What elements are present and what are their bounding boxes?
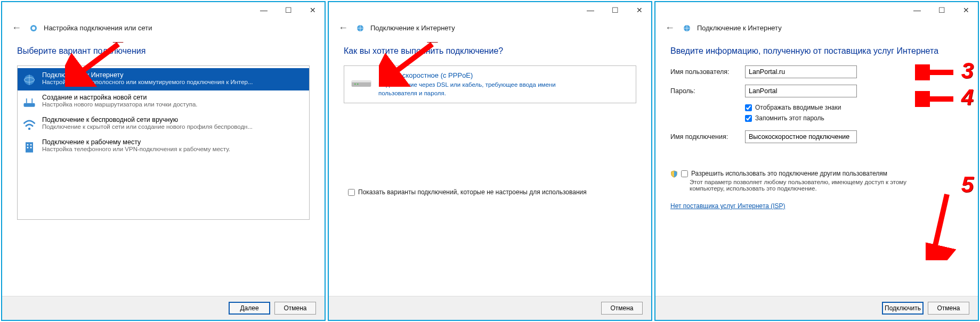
svg-point-19 [354,84,356,85]
shield-icon [670,170,678,178]
show-all-label: Показать варианты подключений, которые н… [358,188,587,196]
option-desc: Настройка нового маршрутизатора или точк… [42,101,305,108]
option-desc: Настройка телефонного или VPN-подключени… [42,146,305,152]
cancel-button[interactable]: Отмена [601,302,643,315]
annotation-number-4: 4 [961,85,974,110]
option-workplace[interactable]: Подключение к рабочему месту Настройка т… [18,135,309,158]
remember-password-input[interactable] [745,115,752,122]
svg-rect-18 [352,80,371,82]
cancel-button[interactable]: Отмена [274,302,316,315]
next-button[interactable]: Далее [229,302,270,315]
page-heading: Введите информацию, полученную от постав… [670,46,963,56]
titlebar: — ☐ ✕ [329,2,651,18]
content: 2 Как вы хотите выполнить подключение? В… [329,42,651,296]
building-icon [22,139,37,154]
annotation-number-1: 1 [112,42,124,47]
header: ← Настройка подключения или сети [2,18,325,42]
password-input[interactable] [745,85,857,97]
annotation-number-5: 5 [961,172,974,197]
content: 3 4 5 Введите информацию, полученную от … [655,42,978,296]
annotation-number-3: 3 [961,58,974,84]
allow-others-block: Разрешить использовать это подключение д… [670,170,963,192]
annotation-arrow-1 [65,42,129,87]
option-wireless-manual[interactable]: Подключение к беспроводной сети вручную … [18,113,309,135]
show-characters-input[interactable] [745,104,752,111]
password-label: Пароль: [670,87,745,95]
close-button[interactable]: ✕ [959,4,974,16]
option-internet-connection[interactable]: Подключение к Интернету Настройка широко… [18,68,309,90]
header: ← Подключение к Интернету [329,18,651,42]
option-title: Подключение к беспроводной сети вручную [42,116,305,123]
show-all-checkbox-input[interactable] [348,189,355,196]
maximize-button[interactable]: ☐ [281,4,296,16]
footer: Отмена [329,296,651,320]
row-connection-name: Имя подключения: [670,130,963,143]
minimize-button[interactable]: — [256,4,271,16]
close-button[interactable]: ✕ [305,4,320,16]
minimize-button[interactable]: — [583,4,598,16]
show-characters-label: Отображать вводимые знаки [755,104,841,111]
header: ← Подключение к Интернету [655,18,978,42]
back-icon[interactable]: ← [663,21,677,35]
titlebar: — ☐ ✕ [655,2,978,18]
network-globe-icon [682,23,692,33]
window-network-setup: — ☐ ✕ ← Настройка подключения или сети 1… [1,1,326,321]
allow-others-label: Разрешить использовать это подключение д… [691,170,887,177]
svg-rect-10 [27,144,29,146]
annotation-arrow-5 [926,191,963,260]
remember-password-checkbox[interactable]: Запомнить этот пароль [745,114,963,122]
close-button[interactable]: ✕ [632,4,647,16]
allow-others-checkbox[interactable]: Разрешить использовать это подключение д… [681,170,887,177]
svg-line-16 [390,44,432,76]
annotation-arrow-2 [379,42,443,87]
window-title: Подключение к Интернету [370,24,455,32]
connection-options-list: Подключение к Интернету Настройка широко… [17,65,310,220]
window-isp-credentials: — ☐ ✕ ← Подключение к Интернету 3 4 5 Вв… [654,1,979,321]
network-center-icon [29,23,38,33]
content: 1 Выберите вариант подключения Подключен… [2,42,325,296]
maximize-button[interactable]: ☐ [608,4,622,16]
titlebar: — ☐ ✕ [2,2,325,18]
svg-rect-11 [30,144,32,146]
svg-rect-13 [30,147,32,148]
modem-icon [351,73,372,89]
allow-others-desc: Этот параметр позволяет любому пользоват… [690,179,913,192]
option-title: Создание и настройка новой сети [42,94,305,101]
svg-line-27 [933,194,947,255]
svg-rect-12 [27,147,29,148]
network-globe-icon [355,23,365,33]
show-all-options-checkbox[interactable]: Показать варианты подключений, которые н… [348,188,636,196]
connection-name-label: Имя подключения: [670,133,745,141]
back-icon[interactable]: ← [336,21,350,35]
svg-point-1 [32,27,35,30]
svg-rect-7 [24,103,35,107]
back-icon[interactable]: ← [10,21,23,35]
svg-point-8 [28,128,30,130]
connect-button[interactable]: Подключить [882,302,924,315]
annotation-arrow-3 [915,64,958,80]
svg-rect-9 [26,142,33,152]
remember-password-label: Запомнить этот пароль [755,114,824,122]
minimize-button[interactable]: — [910,4,925,16]
option-desc: Подключение к скрытой сети или создание … [42,123,305,130]
username-input[interactable] [745,65,857,78]
router-icon [22,95,37,110]
username-label: Имя пользователя: [670,68,745,76]
annotation-number-2: 2 [427,42,439,47]
connection-name-input[interactable] [745,130,857,143]
svg-point-20 [357,84,359,85]
cancel-button[interactable]: Отмена [928,302,969,315]
window-internet-connection: — ☐ ✕ ← Подключение к Интернету 2 Как вы… [328,1,652,321]
footer: Далее Отмена [2,296,325,320]
no-isp-link[interactable]: Нет поставщика услуг Интернета (ISP) [670,202,785,210]
window-title: Подключение к Интернету [697,24,782,32]
option-new-network[interactable]: Создание и настройка новой сети Настройк… [18,90,309,113]
option-title: Подключение к рабочему месту [42,138,305,146]
allow-others-input[interactable] [681,170,688,177]
maximize-button[interactable]: ☐ [934,4,949,16]
window-title: Настройка подключения или сети [44,24,152,32]
annotation-arrow-4 [915,91,958,107]
footer: Подключить Отмена [655,296,978,320]
globe-icon [22,72,37,87]
wifi-icon [22,117,37,132]
